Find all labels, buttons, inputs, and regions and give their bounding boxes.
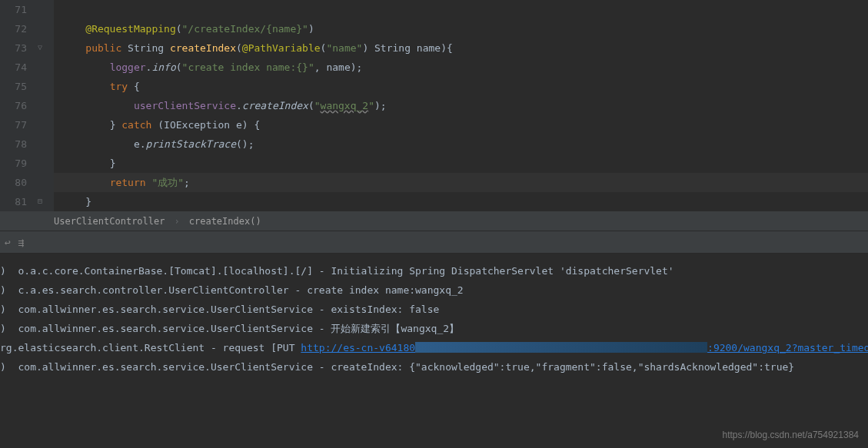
breadcrumb-method[interactable]: createIndex() <box>189 216 261 227</box>
code-line: return "成功"; <box>62 173 868 192</box>
collapse-icon[interactable]: ⊟ <box>38 197 42 205</box>
line-number: 77 <box>0 115 27 134</box>
url-link[interactable]: http://es-cn-v64180 <box>301 342 415 353</box>
code-content[interactable]: @RequestMapping("/createIndex/{name}") p… <box>54 0 868 211</box>
log-line: ) o.a.c.core.ContainerBase.[Tomcat].[loc… <box>0 261 868 280</box>
line-number: 79 <box>0 154 27 173</box>
code-line: userClientService.createIndex("wangxq_2"… <box>62 96 868 115</box>
code-line: logger.info("create index name:{}", name… <box>62 58 868 77</box>
code-line: try { <box>62 77 868 96</box>
line-number: 80 <box>0 173 27 192</box>
line-number: 78 <box>0 134 27 154</box>
code-line: } <box>62 154 868 173</box>
console-toolbar: ↩ ⇶ <box>0 231 868 254</box>
console-output[interactable]: ) o.a.c.core.ContainerBase.[Tomcat].[loc… <box>0 254 868 377</box>
watermark-text: https://blog.csdn.net/a754921384 <box>723 430 859 440</box>
code-line: @RequestMapping("/createIndex/{name}") <box>62 19 868 38</box>
gutter-icons-column: ▽ ⊟ <box>35 0 54 211</box>
line-number-gutter: 71 72 73 74 75 76 77 78 79 80 81 <box>0 0 35 211</box>
code-line: e.printStackTrace(); <box>62 134 868 154</box>
line-number: 72 <box>0 19 27 38</box>
breadcrumb-bar: UserClientController › createIndex() <box>0 211 868 231</box>
line-number: 71 <box>0 0 27 19</box>
code-editor[interactable]: 71 72 73 74 75 76 77 78 79 80 81 ▽ ⊟ @Re… <box>0 0 868 211</box>
log-line: rg.elasticsearch.client.RestClient - req… <box>0 338 868 357</box>
code-line: public String createIndex(@PathVariable(… <box>62 38 868 58</box>
override-icon[interactable]: ▽ <box>38 43 42 51</box>
wrap-icon[interactable]: ↩ <box>5 237 11 248</box>
line-number: 74 <box>0 58 27 77</box>
line-number: 76 <box>0 96 27 115</box>
line-number: 75 <box>0 77 27 96</box>
chevron-right-icon: › <box>175 216 180 227</box>
code-line <box>62 0 868 19</box>
log-line: ) com.allwinner.es.search.service.UserCl… <box>0 319 868 338</box>
line-number: 81 <box>0 192 27 211</box>
line-number: 73 <box>0 38 27 58</box>
log-line: ) c.a.es.search.controller.UserClientCon… <box>0 280 868 300</box>
code-line: } catch (IOException e) { <box>62 115 868 134</box>
breadcrumb-class[interactable]: UserClientController <box>54 216 165 227</box>
filter-icon[interactable]: ⇶ <box>18 237 25 248</box>
log-line: ) com.allwinner.es.search.service.UserCl… <box>0 357 868 377</box>
redacted-block <box>415 342 707 353</box>
code-line: } <box>62 192 868 211</box>
log-line: ) com.allwinner.es.search.service.UserCl… <box>0 300 868 319</box>
